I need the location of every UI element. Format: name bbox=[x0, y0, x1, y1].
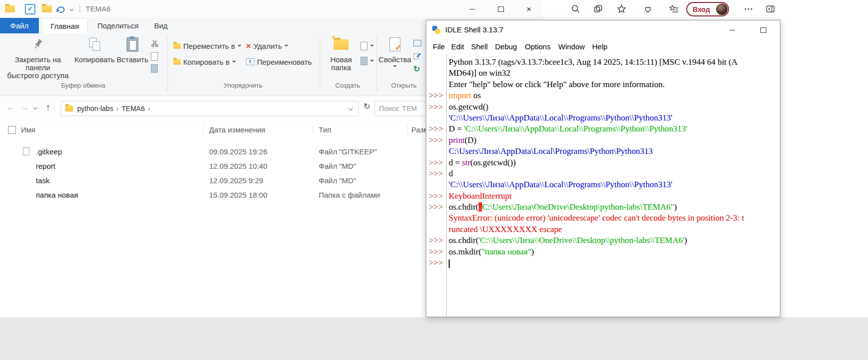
new-item-button[interactable] bbox=[361, 40, 374, 52]
paste-button[interactable]: Вставить bbox=[117, 36, 148, 84]
shell-line: >>>print(D) bbox=[426, 135, 780, 146]
open-icon[interactable] bbox=[413, 40, 421, 46]
file-row[interactable]: .gitkeep09.09.2025 19:26Файл "GITKEEP" bbox=[0, 144, 428, 159]
new-folder-button[interactable]: * Новая папка bbox=[324, 36, 359, 84]
clipboard-group-label: Буфер обмена bbox=[0, 82, 166, 89]
copy-button[interactable]: Копировать bbox=[74, 36, 116, 84]
close-button[interactable]: × bbox=[515, 0, 543, 18]
shell-line: >>>os.mkdir("папка новая") bbox=[426, 246, 780, 257]
redo-icon[interactable] bbox=[56, 4, 66, 14]
up-icon[interactable]: ↑ bbox=[46, 103, 50, 112]
browser-essentials-icon[interactable] bbox=[642, 3, 653, 14]
breadcrumb-separator[interactable]: › bbox=[116, 105, 119, 113]
favorites-star-icon[interactable] bbox=[616, 3, 627, 14]
explorer-titlebar[interactable]: ✓ | ТЕМА6 × bbox=[0, 0, 543, 18]
shell-prompt bbox=[426, 224, 446, 235]
file-date: 09.09.2025 19:26 bbox=[209, 147, 267, 156]
minimize-button[interactable] bbox=[458, 0, 486, 18]
file-row[interactable]: task12.09.2025 9:29Файл "MD" bbox=[0, 173, 428, 188]
shell-prompt: >>> bbox=[426, 257, 446, 268]
titlebar-separator: | bbox=[79, 3, 81, 13]
forward-icon[interactable]: → bbox=[20, 103, 29, 112]
shell-line-text bbox=[446, 257, 450, 268]
column-header-date[interactable]: Дата изменения bbox=[209, 125, 265, 134]
file-name: report bbox=[36, 162, 55, 170]
menu-shell[interactable]: Shell bbox=[471, 42, 488, 51]
tab-share[interactable]: Поделиться bbox=[93, 18, 143, 33]
sidebar-toggle-icon[interactable] bbox=[765, 3, 776, 14]
new-group-label: Создать bbox=[320, 82, 375, 89]
file-date: 15.09.2025 18:00 bbox=[209, 191, 267, 199]
column-header-type[interactable]: Тип bbox=[319, 125, 331, 134]
idle-minimize-button[interactable] bbox=[718, 20, 746, 39]
shell-line-text: os.chdir("C:\Users\Лиза\OneDrive\Desktop… bbox=[446, 202, 677, 213]
copy-path-icon[interactable] bbox=[151, 52, 158, 61]
column-separator[interactable] bbox=[407, 124, 408, 135]
menu-options[interactable]: Options bbox=[525, 42, 551, 51]
address-dropdown-chevron-icon[interactable] bbox=[349, 107, 353, 111]
quick-access-new-folder-icon[interactable] bbox=[42, 5, 52, 12]
idle-titlebar[interactable]: IDLE Shell 3.13.7 bbox=[426, 20, 780, 39]
tab-view[interactable]: Вид bbox=[145, 18, 176, 33]
copy-to-button[interactable]: Копировать в bbox=[173, 56, 236, 68]
shell-line-text: runcated \UXXXXXXXX escape bbox=[446, 224, 562, 235]
folder-icon bbox=[23, 192, 32, 199]
shell-line-text: Python 3.13.7 (tags/v3.13.7:bcee1c3, Aug… bbox=[446, 57, 738, 68]
history-chevron-icon[interactable] bbox=[33, 106, 37, 110]
shell-line: C:\Users\Лиза\AppData\Local\Programs\Pyt… bbox=[426, 146, 780, 157]
shell-line: runcated \UXXXXXXXX escape bbox=[426, 224, 780, 235]
shell-prompt bbox=[426, 179, 446, 190]
shell-prompt: >>> bbox=[426, 135, 446, 146]
tab-home[interactable]: Главная bbox=[42, 18, 88, 33]
cut-icon[interactable] bbox=[151, 39, 159, 47]
breadcrumb-item[interactable]: python-labs bbox=[77, 105, 113, 113]
file-row[interactable]: report12.09.2025 10:40Файл "MD" bbox=[0, 159, 428, 173]
rename-button[interactable]: Переименовать bbox=[246, 56, 312, 68]
select-all-checkbox[interactable] bbox=[8, 126, 16, 134]
tab-file[interactable]: Файл bbox=[0, 18, 39, 33]
menu-window[interactable]: Window bbox=[558, 42, 585, 51]
shell-prompt bbox=[426, 213, 446, 224]
quick-access-chevron-icon[interactable] bbox=[70, 7, 74, 11]
collections-icon[interactable] bbox=[593, 3, 604, 14]
refresh-icon[interactable]: ↻ bbox=[364, 103, 370, 111]
search-icon[interactable] bbox=[570, 3, 581, 14]
shell-line: MD64)] on win32 bbox=[426, 68, 780, 79]
menu-file[interactable]: File bbox=[433, 42, 445, 51]
shell-line: >>>os.chdir('C:\\Users\\Лиза\\OneDrive\\… bbox=[426, 235, 780, 246]
shell-line-text: SyntaxError: (unicode error) 'unicodeesc… bbox=[446, 213, 744, 224]
address-input[interactable]: python-labs›ТЕМА6› bbox=[61, 101, 359, 116]
column-header-name[interactable]: Имя bbox=[21, 125, 35, 134]
pin-to-quick-access-button[interactable]: Закрепить на панели быстрого доступа bbox=[4, 36, 72, 84]
column-separator[interactable] bbox=[313, 124, 313, 135]
quick-access-properties-icon[interactable]: ✓ bbox=[25, 4, 35, 14]
move-to-button[interactable]: Переместить в bbox=[173, 40, 242, 52]
pin-icon bbox=[31, 36, 44, 53]
edit-icon[interactable] bbox=[413, 52, 421, 60]
signin-button[interactable]: Вход bbox=[686, 2, 729, 16]
easy-access-button[interactable] bbox=[361, 55, 374, 67]
menu-help[interactable]: Help bbox=[592, 42, 608, 51]
idle-maximize-button[interactable] bbox=[749, 20, 778, 39]
breadcrumb-separator[interactable]: › bbox=[148, 105, 150, 113]
avatar bbox=[716, 3, 728, 15]
shell-prompt bbox=[426, 79, 446, 90]
shell-line-text: C:\Users\Лиза\AppData\Local\Programs\Pyt… bbox=[446, 146, 653, 157]
back-icon[interactable]: ← bbox=[6, 103, 15, 112]
file-type: Файл "MD" bbox=[319, 176, 356, 185]
dropdown-chevron-icon bbox=[370, 45, 374, 47]
properties-button[interactable]: Свойства bbox=[379, 36, 410, 84]
maximize-button[interactable] bbox=[487, 0, 515, 18]
shell-text-area[interactable]: Python 3.13.7 (tags/v3.13.7:bcee1c3, Aug… bbox=[426, 54, 780, 317]
history-icon[interactable]: ↻ bbox=[413, 64, 420, 74]
more-menu-icon[interactable] bbox=[743, 3, 754, 14]
breadcrumb-item[interactable]: ТЕМА6 bbox=[122, 105, 145, 113]
favorites-bar-icon[interactable] bbox=[669, 3, 680, 14]
delete-button[interactable]: × Удалить bbox=[246, 40, 288, 52]
menu-debug[interactable]: Debug bbox=[495, 42, 517, 51]
column-separator[interactable] bbox=[203, 124, 204, 135]
menu-edit[interactable]: Edit bbox=[451, 42, 464, 51]
file-row[interactable]: папка новая15.09.2025 18:00Папка с файла… bbox=[0, 188, 428, 202]
gutter-separator bbox=[446, 54, 447, 317]
paste-shortcut-icon[interactable] bbox=[151, 64, 158, 73]
